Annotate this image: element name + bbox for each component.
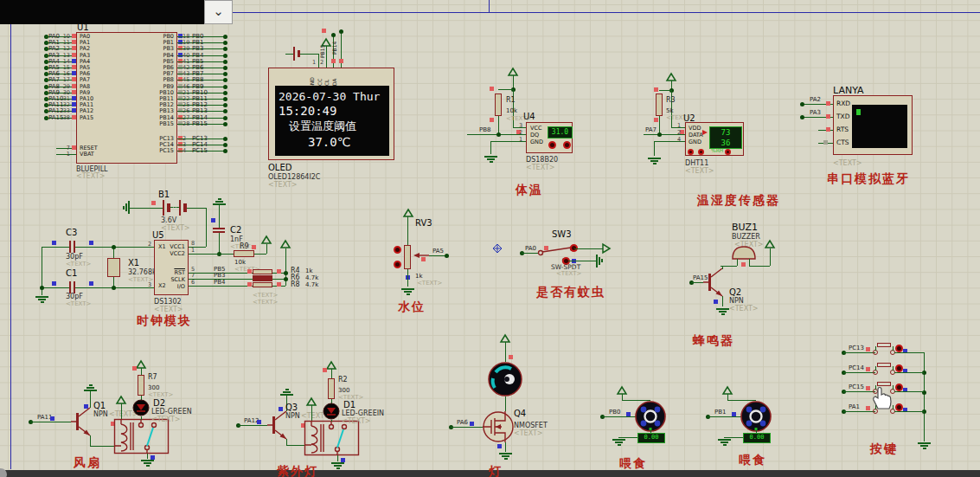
pin-label: RST (156, 269, 185, 276)
sheet-border-left (10, 24, 11, 469)
wire (843, 411, 875, 412)
proteus-canvas[interactable]: ⌄ U1 BLUEPILL <TEXT> PB15 PB14 1 2 GND V… (0, 0, 980, 477)
wire (189, 254, 234, 255)
resistor-r4[interactable] (253, 269, 272, 274)
resistor-r2[interactable] (328, 378, 335, 399)
sheet-border-tick (489, 0, 490, 12)
capacitor-c2[interactable] (213, 228, 225, 229)
pin-state-indicator (72, 77, 76, 81)
net-label: PB0 (609, 409, 620, 416)
text-placeholder: <TEXT> (342, 417, 371, 425)
ground-icon (499, 453, 512, 461)
pin-state-indicator (509, 355, 513, 359)
crystal-x1[interactable] (107, 258, 120, 277)
net-label: PB1 (714, 409, 726, 416)
feeder-motor[interactable] (635, 401, 666, 432)
resistor-r3[interactable] (656, 93, 663, 116)
net-label: PB4 (214, 279, 225, 286)
pin-label: RXD (836, 100, 850, 107)
capacitor-value: 30pF (66, 293, 83, 300)
pin-state-indicator (72, 71, 76, 75)
pin-label: CTS (836, 139, 849, 146)
lamp[interactable] (488, 362, 522, 396)
battery-ref: B1 (158, 190, 170, 199)
relay-uv[interactable] (304, 421, 359, 455)
pin-state-indicator (277, 269, 281, 274)
battery-icon (167, 203, 170, 212)
resistor-value: 4.7k (305, 281, 318, 288)
resistor-r8[interactable] (253, 282, 272, 287)
humidity-display: 7336 (709, 126, 742, 149)
push-button[interactable] (877, 343, 891, 347)
pin-state-indicator (277, 282, 281, 287)
junction-dot (112, 245, 116, 249)
resistor-r1[interactable] (495, 93, 502, 116)
transistor-q1[interactable] (71, 404, 93, 439)
resistor-r9[interactable] (234, 250, 254, 257)
pin-label: VCC2 (156, 250, 185, 257)
capacitor-c3[interactable] (69, 241, 71, 253)
wire (170, 207, 179, 208)
ground-icon (918, 442, 931, 450)
ground-icon (84, 384, 97, 391)
mosfet-q4[interactable] (483, 411, 514, 442)
mcu-pin-number: 4 (183, 147, 186, 154)
feeder-motor[interactable] (740, 401, 772, 432)
pin-state-indicator (654, 118, 658, 122)
pin-state-indicator (72, 145, 76, 150)
pot-value: 1k (415, 273, 423, 280)
pin-label: VCC (530, 125, 542, 132)
oled-device: OLED12864I2C (268, 173, 320, 181)
wire (206, 208, 207, 247)
mcu-net-label: PB15 (192, 120, 208, 127)
transistor-q2[interactable] (703, 265, 726, 300)
pin-state-indicator (52, 241, 56, 245)
relay-fan[interactable] (114, 419, 169, 454)
wire (737, 259, 738, 266)
battery-icon[interactable] (163, 200, 164, 216)
resistor-r7[interactable] (138, 375, 144, 396)
pin-state-indicator (151, 455, 155, 460)
transistor-type: NPN (285, 412, 300, 420)
wire (407, 216, 408, 245)
dropdown-button[interactable]: ⌄ (204, 0, 233, 24)
buzzer-body[interactable] (731, 244, 757, 260)
led-d1[interactable] (323, 403, 340, 420)
push-button[interactable] (877, 363, 891, 367)
wire (498, 89, 513, 90)
pin-label: GND (689, 139, 701, 145)
capacitor-value: 30pF (66, 253, 83, 261)
probe-indicator (895, 364, 903, 372)
pin-state-indicator (211, 218, 215, 222)
module-label-buzzer: 蜂鸣器 (693, 333, 734, 347)
junction-dot (223, 47, 227, 51)
wire (42, 247, 42, 287)
pin-state-indicator (89, 241, 93, 245)
wire (90, 435, 91, 446)
potentiometer[interactable] (404, 245, 411, 269)
pin-state-indicator (72, 65, 76, 69)
wire (568, 261, 597, 261)
crystal-ref: X1 (128, 258, 139, 268)
wire (219, 205, 220, 228)
ds1302-device: DS1302 (154, 298, 182, 306)
wire (130, 208, 163, 209)
wire (326, 46, 327, 68)
wire (505, 342, 506, 362)
wire (498, 116, 499, 134)
origin-marker-icon (492, 243, 503, 254)
wire (722, 266, 723, 269)
module-label-clock: 时钟模块 (137, 313, 192, 327)
net-label: PA3 (810, 109, 821, 116)
led-d2[interactable] (132, 399, 150, 416)
capacitor-c1[interactable] (69, 281, 71, 293)
ds18b20-device: DS18B20 (526, 156, 558, 164)
mcu-text-placeholder: <TEXT> (76, 172, 106, 180)
wire (90, 391, 91, 408)
resistor-r6[interactable] (253, 275, 272, 281)
probe-indicator (563, 141, 571, 149)
buzzer-device: BUZZER (732, 233, 760, 241)
pin-label: I/O (156, 283, 185, 290)
pin-number: 2 (677, 129, 681, 136)
battery-value: 3.6V (161, 216, 176, 224)
